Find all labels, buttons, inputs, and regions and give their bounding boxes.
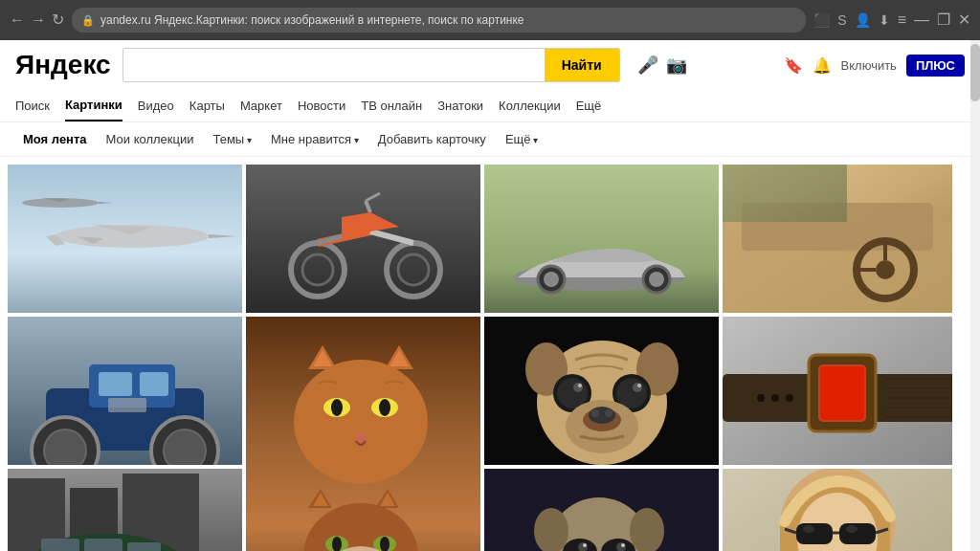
close-button[interactable]: ✕ (958, 12, 970, 28)
subnav-more[interactable]: Ещё (498, 128, 546, 150)
svg-rect-38 (99, 372, 132, 396)
svg-point-53 (331, 399, 343, 416)
logo-text: Яндекс (15, 50, 111, 79)
nav-item-collections[interactable]: Коллекции (499, 91, 561, 121)
image-truck[interactable] (8, 317, 242, 465)
svg-rect-106 (127, 542, 161, 551)
scrollbar-track[interactable] (970, 40, 980, 551)
nav-item-market[interactable]: Маркет (240, 91, 282, 121)
extensions-icon[interactable]: ⬛ (813, 12, 830, 28)
svg-point-120 (621, 543, 625, 547)
refresh-button[interactable]: ↻ (52, 12, 64, 28)
yandex-logo: Яндекс (15, 50, 111, 80)
svg-point-24 (544, 272, 559, 287)
profile-icon[interactable]: S (837, 12, 846, 28)
svg-point-83 (591, 409, 599, 417)
bell-icon[interactable]: 🔔 (813, 56, 832, 75)
svg-point-92 (786, 394, 793, 402)
image-woman[interactable] (723, 469, 952, 551)
svg-point-79 (637, 384, 641, 387)
subnav-add-card[interactable]: Добавить карточку (370, 128, 494, 150)
image-car-interior[interactable] (723, 165, 952, 313)
nav-item-images[interactable]: Картинки (65, 90, 122, 121)
nav-bar: Поиск Картинки Видео Карты Маркет Новост… (0, 90, 980, 122)
svg-point-91 (771, 394, 779, 402)
nav-item-video[interactable]: Видео (138, 91, 174, 121)
search-input[interactable] (123, 49, 545, 81)
svg-point-30 (876, 260, 895, 279)
svg-rect-105 (84, 539, 122, 551)
svg-rect-89 (820, 366, 864, 420)
subnav-themes[interactable]: Темы (205, 128, 259, 150)
camera-icon[interactable]: 📷 (666, 55, 687, 76)
svg-point-132 (803, 525, 814, 533)
account-icon[interactable]: 👤 (855, 12, 871, 28)
sub-nav: Моя лента Мои коллекции Темы Мне нравитс… (0, 122, 980, 157)
image-grid (0, 157, 980, 551)
search-icons: 🎤 📷 (637, 55, 687, 76)
image-dog2[interactable] (484, 469, 719, 551)
nav-item-maps[interactable]: Карты (189, 91, 225, 121)
svg-point-46 (294, 360, 428, 484)
svg-rect-128 (839, 523, 876, 544)
svg-point-119 (583, 543, 587, 547)
svg-point-54 (379, 399, 390, 416)
svg-rect-9 (246, 165, 480, 313)
subnav-my-collections[interactable]: Мои коллекции (99, 128, 202, 150)
lock-icon: 🔒 (81, 14, 95, 27)
image-motorcycle[interactable] (246, 165, 480, 313)
svg-point-90 (757, 394, 765, 402)
search-button[interactable]: Найти (545, 49, 619, 81)
svg-point-77 (633, 383, 642, 392)
header-right: 🔖 🔔 Включить ПЛЮС (784, 55, 965, 77)
browser-actions: ⬛ S 👤 ⬇ ≡ — ❐ ✕ (813, 12, 970, 28)
svg-point-41 (44, 430, 86, 465)
image-cats[interactable] (246, 317, 480, 551)
scrollbar-thumb[interactable] (970, 44, 980, 101)
svg-rect-104 (41, 539, 79, 551)
forward-button[interactable]: → (31, 12, 46, 28)
svg-point-76 (573, 383, 583, 392)
download-icon[interactable]: ⬇ (879, 12, 890, 28)
nav-item-news[interactable]: Новости (298, 91, 345, 121)
maximize-button[interactable]: ❐ (937, 12, 950, 28)
browser-controls: ← → ↻ (10, 12, 64, 28)
menu-button[interactable]: ≡ (898, 12, 906, 28)
image-belt[interactable] (723, 317, 952, 465)
search-bar: Найти (122, 48, 620, 82)
plus-button[interactable]: ПЛЮС (906, 55, 965, 77)
image-car2[interactable] (8, 469, 242, 551)
nav-item-search[interactable]: Поиск (15, 91, 50, 121)
yandex-header: Яндекс Найти 🎤 📷 🔖 🔔 Включить ПЛЮС (0, 40, 980, 90)
nav-item-tv[interactable]: ТВ онлайн (361, 91, 422, 121)
address-bar[interactable]: 🔒 yandex.ru Яндекс.Картинки: поиск изобр… (72, 8, 806, 33)
back-button[interactable]: ← (10, 12, 25, 28)
bookmark-icon[interactable]: 🔖 (784, 56, 803, 75)
subnav-my-feed[interactable]: Моя лента (15, 128, 95, 150)
mic-icon[interactable]: 🎤 (637, 55, 658, 76)
svg-point-25 (649, 272, 664, 287)
url-text: yandex.ru Яндекс.Картинки: поиск изображ… (100, 13, 524, 27)
svg-rect-44 (108, 398, 146, 412)
nav-item-more[interactable]: Ещё (576, 91, 602, 121)
subnav-likes[interactable]: Мне нравится (263, 128, 367, 150)
minimize-button[interactable]: — (914, 12, 929, 28)
include-button[interactable]: Включить (841, 58, 897, 73)
svg-point-133 (846, 525, 858, 533)
svg-rect-127 (796, 523, 833, 544)
image-pug[interactable] (484, 317, 719, 465)
svg-point-84 (605, 409, 612, 417)
browser-chrome: ← → ↻ 🔒 yandex.ru Яндекс.Картинки: поиск… (0, 0, 980, 40)
image-sports-car[interactable] (484, 165, 719, 313)
svg-rect-34 (723, 165, 847, 222)
svg-point-78 (578, 384, 582, 387)
image-airplane[interactable] (8, 165, 242, 313)
svg-point-43 (164, 430, 206, 465)
svg-rect-39 (140, 372, 168, 396)
nav-item-experts[interactable]: Знатоки (437, 91, 483, 121)
